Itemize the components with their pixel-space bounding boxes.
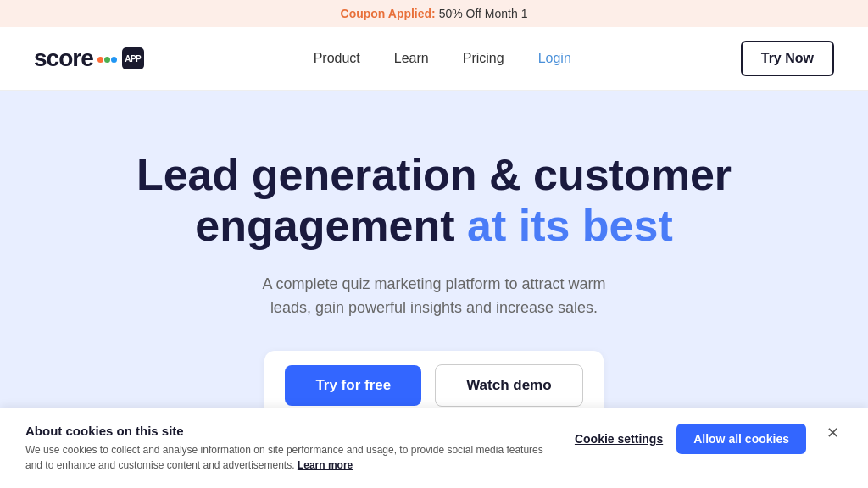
cookie-content: About cookies on this site We use cookie… (25, 424, 558, 473)
cookie-text: We use cookies to collect and analyse in… (25, 442, 558, 473)
nav-item-login[interactable]: Login (538, 51, 571, 65)
cookie-settings-button[interactable]: Cookie settings (575, 432, 663, 446)
cookie-description: We use cookies to collect and analyse in… (25, 444, 543, 471)
logo-circle-green (104, 57, 110, 63)
hero-subtitle: A complete quiz marketing platform to at… (248, 272, 620, 321)
main-nav: score APP Product Learn Pricing Login Tr… (0, 27, 868, 91)
watch-demo-button[interactable]: Watch demo (435, 364, 582, 407)
logo-badge-text: APP (125, 54, 141, 64)
hero-heading-line1: Lead generation & customer (136, 150, 732, 199)
hero-heading: Lead generation & customer engagement at… (129, 150, 739, 252)
cookie-close-button[interactable]: ✕ (823, 424, 843, 442)
allow-cookies-button[interactable]: Allow all cookies (676, 424, 806, 454)
logo-badge: APP (122, 47, 144, 69)
cookie-title: About cookies on this site (25, 424, 558, 438)
logo-circle-red (97, 57, 103, 63)
promo-banner: Coupon Applied: 50% Off Month 1 (0, 0, 868, 27)
nav-item-learn[interactable]: Learn (394, 51, 429, 65)
nav-item-product[interactable]: Product (314, 51, 360, 65)
hero-heading-line2: engagement (195, 201, 467, 250)
cookie-banner: About cookies on this site We use cookie… (0, 408, 868, 485)
logo-circle-blue (111, 57, 117, 63)
logo[interactable]: score APP (34, 45, 144, 72)
logo-decoration (97, 57, 117, 63)
nav-links: Product Learn Pricing Login (314, 51, 571, 66)
nav-item-pricing[interactable]: Pricing (463, 51, 504, 65)
coupon-label: Coupon Applied: (341, 7, 436, 20)
try-for-free-button[interactable]: Try for free (285, 365, 421, 406)
try-now-button[interactable]: Try Now (741, 41, 834, 76)
coupon-value: 50% Off Month 1 (439, 7, 528, 20)
cookie-actions: Cookie settings Allow all cookies (575, 424, 806, 454)
logo-text: score (34, 45, 93, 72)
hero-heading-highlight: at its best (467, 201, 673, 250)
cookie-learn-more-link[interactable]: Learn more (298, 459, 353, 471)
